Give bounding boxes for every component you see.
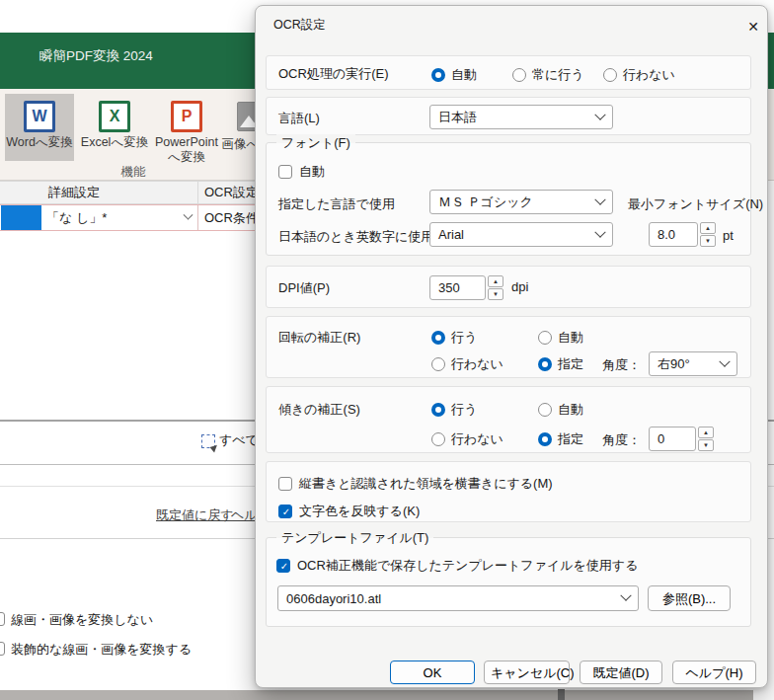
radio-rotation-dont[interactable]: 行わない — [431, 355, 503, 373]
ribbon-group-label: 機能 — [0, 164, 267, 181]
checkbox-no-line-image-label[interactable]: 線画・画像を変換しない — [11, 611, 153, 629]
ocr-exec-label: OCR処理の実行(E) — [278, 65, 389, 83]
rotation-label: 回転の補正(R) — [278, 329, 360, 347]
spin-up-icon[interactable]: ▲ — [698, 427, 714, 438]
rotation-angle-label: 角度： — [602, 356, 641, 374]
radio-skew-do[interactable]: 行う — [431, 401, 477, 419]
radio-on-icon — [538, 357, 552, 371]
checkbox-no-line-image[interactable] — [0, 612, 5, 626]
radio-skew-auto[interactable]: 自動 — [538, 401, 583, 419]
tool-powerpoint-to-convert[interactable]: P PowerPoint へ変換 — [152, 94, 221, 161]
select-all-label[interactable]: すべて — [219, 431, 259, 449]
radio-off-icon — [431, 357, 445, 371]
browse-button[interactable]: 参照(B)... — [648, 585, 731, 611]
radio-ocr-auto[interactable]: 自動 — [431, 66, 477, 84]
word-icon: W — [24, 101, 55, 132]
radio-label: 自動 — [558, 401, 583, 419]
dialog-title: OCR設定 — [273, 17, 326, 34]
radio-off-icon — [603, 68, 617, 82]
skew-angle-input[interactable] — [649, 427, 696, 451]
defaults-button[interactable]: 既定値(D) — [580, 661, 662, 684]
radio-rotation-do[interactable]: 行う — [431, 329, 477, 347]
dpi-stepper[interactable]: ▲ ▼ — [488, 275, 503, 300]
spin-down-icon[interactable]: ▼ — [488, 288, 503, 300]
language-value: 日本語 — [438, 109, 477, 126]
grid-header-detail[interactable]: 詳細設定 — [42, 181, 198, 204]
radio-ocr-always[interactable]: 常に行う — [512, 66, 584, 84]
reset-defaults-link[interactable]: 既定値に戻す — [156, 506, 234, 524]
select-all-icon[interactable] — [201, 434, 215, 448]
chevron-down-icon — [594, 226, 605, 237]
ok-button[interactable]: OK — [390, 661, 475, 684]
group-font: フォント(F) 自動 指定した言語で使用 ＭＳ Ｐゴシック 最小フォントサイズ(… — [266, 142, 751, 256]
rotation-angle-select[interactable]: 右90° — [649, 351, 737, 376]
language-select[interactable]: 日本語 — [429, 105, 613, 129]
min-font-size-stepper[interactable]: ▲ ▼ — [700, 222, 716, 247]
help-button[interactable]: ヘルプ(H) — [672, 661, 756, 684]
rotation-angle-value: 右90° — [658, 355, 690, 373]
template-file-select[interactable]: 0606dayori10.atl — [277, 585, 639, 611]
panel-rotation: 回転の補正(R) 行う 自動 行わない 指定 角度： 右90° — [266, 316, 751, 378]
dpi-unit: dpi — [511, 279, 528, 294]
spin-up-icon[interactable]: ▲ — [700, 222, 716, 234]
detail-setting-value: 「な し」* — [46, 209, 107, 227]
radio-rotation-auto[interactable]: 自動 — [538, 329, 583, 347]
checkbox-vertical-to-horizontal[interactable]: 縦書きと認識された領域を横書きにする(M) — [278, 475, 553, 493]
tool-label: Wordへ変換 — [5, 135, 74, 150]
tool-word-to-convert[interactable]: W Wordへ変換 — [5, 94, 74, 161]
radio-off-icon — [538, 403, 552, 417]
checkbox-label: 文字色を反映する(K) — [299, 503, 420, 520]
cancel-button[interactable]: キャンセル(C) — [484, 661, 570, 684]
alnum-font-label: 日本語のとき英数字に使用 — [278, 228, 433, 246]
dpi-input[interactable] — [429, 275, 486, 300]
radio-label: 行う — [451, 401, 477, 419]
skew-label: 傾きの補正(S) — [278, 401, 360, 419]
splitter-handle[interactable] — [558, 689, 565, 700]
excel-icon: X — [99, 101, 130, 132]
radio-skew-dont[interactable]: 行わない — [431, 430, 503, 448]
checkbox-decorative-label[interactable]: 装飾的な線画・画像を変換する — [11, 641, 192, 659]
skew-angle-stepper[interactable]: ▲ ▼ — [698, 427, 714, 451]
detail-setting-dropdown[interactable]: 「な し」* — [42, 205, 198, 230]
min-font-size-unit: pt — [723, 228, 734, 243]
checkbox-label: 縦書きと認識された領域を横書きにする(M) — [299, 475, 553, 493]
radio-label: 指定 — [558, 430, 583, 448]
spin-down-icon[interactable]: ▼ — [698, 439, 714, 451]
chevron-down-icon — [184, 210, 194, 220]
spin-down-icon[interactable]: ▼ — [700, 235, 716, 247]
panel-dpi: DPI値(P) ▲ ▼ dpi — [266, 266, 751, 308]
checkbox-reflect-text-color[interactable]: 文字色を反映する(K) — [278, 503, 420, 520]
radio-skew-specify[interactable]: 指定 — [538, 430, 583, 448]
tool-label: PowerPoint へ変換 — [152, 135, 221, 165]
checkbox-off-icon — [278, 165, 292, 179]
lang-font-select[interactable]: ＭＳ Ｐゴシック — [429, 190, 613, 214]
min-font-size-input[interactable] — [649, 222, 698, 247]
tool-label: Excelへ変換 — [77, 135, 152, 150]
checkbox-off-icon — [278, 477, 292, 491]
template-file-value: 0606dayori10.atl — [286, 591, 381, 606]
spin-up-icon[interactable]: ▲ — [488, 275, 503, 287]
chevron-down-icon — [719, 355, 730, 366]
skew-angle-label: 角度： — [602, 431, 641, 449]
chevron-down-icon — [594, 194, 605, 204]
radio-on-icon — [431, 403, 445, 417]
checkbox-decorative[interactable] — [0, 642, 5, 656]
close-icon[interactable]: ✕ — [741, 15, 765, 39]
tool-excel-to-convert[interactable]: X Excelへ変換 — [77, 94, 152, 161]
alnum-font-select[interactable]: Arial — [429, 222, 613, 247]
grid-row-selection-cell[interactable] — [1, 205, 41, 230]
checkbox-use-template[interactable]: OCR補正機能で保存したテンプレートファイルを使用する — [276, 557, 638, 575]
radio-label: 行わない — [623, 66, 675, 84]
panel-ocr-exec: OCR処理の実行(E) 自動 常に行う 行わない — [266, 55, 751, 90]
radio-label: 常に行う — [532, 66, 584, 84]
lang-font-value: ＭＳ Ｐゴシック — [438, 194, 533, 211]
chevron-down-icon — [594, 109, 605, 119]
radio-off-icon — [538, 331, 552, 345]
checkbox-font-auto[interactable]: 自動 — [278, 163, 325, 181]
checkbox-on-icon — [276, 559, 290, 573]
radio-on-icon — [538, 432, 552, 446]
radio-ocr-never[interactable]: 行わない — [603, 66, 675, 84]
radio-on-icon — [431, 68, 445, 82]
radio-label: 自動 — [451, 66, 477, 84]
radio-rotation-specify[interactable]: 指定 — [538, 355, 583, 373]
